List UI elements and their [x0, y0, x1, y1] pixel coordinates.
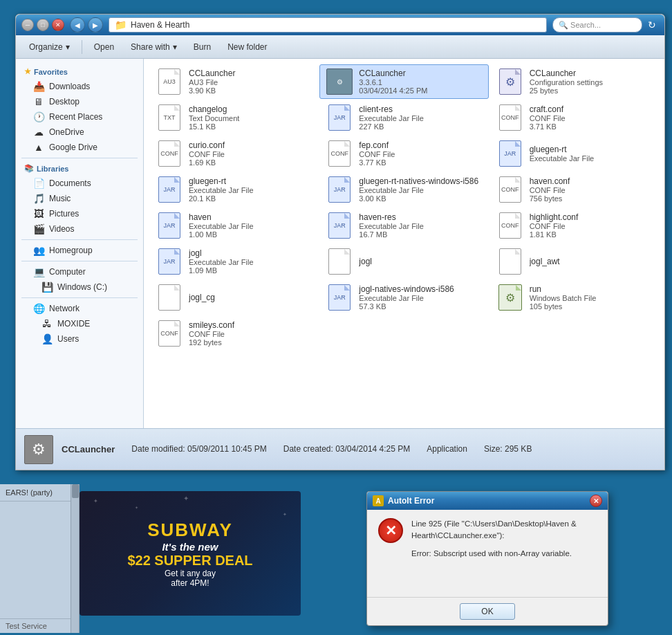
music-icon: 🎵: [32, 193, 45, 204]
file-info-au3: CCLauncher AU3 File 3.90 KB: [189, 68, 312, 95]
file-item-curio-conf[interactable]: CONF curio.conf CONF File 1.69 KB: [149, 136, 318, 171]
status-date-modified: Date modified: 05/09/2011 10:45 PM: [131, 444, 266, 454]
chat-scrollbar-thumb[interactable]: [72, 484, 79, 498]
chat-scrollbar[interactable]: [71, 484, 79, 633]
burn-button[interactable]: Burn: [186, 38, 218, 56]
toolbar: Organize ▾ Open Share with ▾ Burn New fo…: [16, 35, 664, 59]
sidebar-item-music[interactable]: 🎵 Music: [16, 191, 143, 206]
sidebar-item-computer[interactable]: 💻 Computer: [16, 264, 143, 279]
file-info-jogl: jogl Executable Jar File 1.09 MB: [189, 248, 312, 275]
file-item-cclauncher-au3[interactable]: AU3 CCLauncher AU3 File 3.90 KB: [149, 64, 318, 99]
address-text: Haven & Hearth: [131, 20, 189, 30]
file-info-fep-conf: fep.conf CONF File 3.77 KB: [359, 140, 482, 167]
new-folder-button[interactable]: New folder: [220, 38, 274, 56]
status-size: Size: 295 KB: [484, 444, 532, 454]
file-item-gluegen-rt-native[interactable]: JAR gluegen-rt Executable Jar File: [490, 136, 659, 171]
dialog-message: Line 925 (File "C:\Users\Dan\Desktop\Hav…: [411, 518, 577, 560]
search-box[interactable]: 🔍 Search...: [552, 17, 642, 33]
file-item-jogl-awt[interactable]: jogl_awt: [490, 244, 659, 279]
libraries-header[interactable]: 📚 Libraries: [16, 161, 143, 176]
dialog-message-spacer: [411, 542, 577, 548]
file-item-client-res[interactable]: JAR client-res Executable Jar File 227 K…: [319, 100, 488, 135]
sidebar-item-documents[interactable]: 📄 Documents: [16, 176, 143, 191]
file-icon-craft-conf: CONF: [496, 104, 524, 131]
sidebar: ★ Favorites 📥 Downloads 🖥 Desktop 🕐 Rece…: [16, 59, 144, 428]
back-button[interactable]: ◀: [70, 17, 85, 33]
file-item-gluegen-rt[interactable]: JAR gluegen-rt Executable Jar File 20.1 …: [149, 172, 318, 207]
file-icon-jogl-cg: [156, 284, 183, 311]
computer-icon: 💻: [32, 266, 45, 277]
file-area[interactable]: AU3 CCLauncher AU3 File 3.90 KB ⚙: [144, 59, 664, 428]
share-button[interactable]: Share with ▾: [123, 38, 185, 56]
sidebar-item-moxide[interactable]: 🖧 MOXIDE: [16, 316, 143, 331]
file-item-highlight-conf[interactable]: CONF highlight.conf CONF File 1.81 KB: [490, 208, 659, 243]
file-icon-run: ⚙: [496, 284, 524, 311]
libraries-section: 📚 Libraries 📄 Documents 🎵 Music 🖼 Pictur…: [16, 161, 143, 237]
file-item-fep-conf[interactable]: CONF fep.conf CONF File 3.77 KB: [319, 136, 488, 171]
status-bar: ⚙ CCLauncher Date modified: 05/09/2011 1…: [16, 428, 664, 470]
maximize-button[interactable]: □: [37, 19, 49, 31]
file-item-jogl[interactable]: JAR jogl Executable Jar File 1.09 MB: [149, 244, 318, 279]
file-item-jogl-cg[interactable]: jogl_cg: [149, 280, 318, 315]
favorites-header[interactable]: ★ Favorites: [16, 64, 143, 79]
sidebar-item-users[interactable]: 👤 Users: [16, 331, 143, 347]
sidebar-divider-4: [21, 297, 138, 298]
file-item-haven[interactable]: JAR haven Executable Jar File 1.00 MB: [149, 208, 318, 243]
status-thumbnail: ⚙: [24, 435, 53, 464]
file-item-cclauncher-exe[interactable]: ⚙ CCLauncher 3.3.6.1 03/04/2014 4:25 PM: [319, 64, 488, 99]
file-item-craft-conf[interactable]: CONF craft.conf CONF File 3.71 KB: [490, 100, 659, 135]
sidebar-item-onedrive[interactable]: ☁ OneDrive: [16, 125, 143, 140]
organize-button[interactable]: Organize ▾: [21, 38, 77, 56]
file-info-haven-conf: haven.conf CONF File 756 bytes: [530, 176, 653, 203]
sidebar-item-recent[interactable]: 🕐 Recent Places: [16, 109, 143, 125]
dialog-close-button[interactable]: ✕: [590, 495, 602, 507]
file-info-exe: CCLauncher 3.3.6.1 03/04/2014 4:25 PM: [359, 68, 482, 95]
file-item-jogl-doc[interactable]: jogl: [319, 244, 488, 279]
sidebar-item-homegroup[interactable]: 👥 Homegroup: [16, 243, 143, 258]
file-item-jogl-natives[interactable]: JAR jogl-natives-windows-i586 Executable…: [319, 280, 488, 315]
sidebar-item-videos[interactable]: 🎬 Videos: [16, 221, 143, 237]
file-info-client-res: client-res Executable Jar File 227 KB: [359, 104, 482, 131]
sidebar-divider-3: [21, 261, 138, 261]
file-icon-gluegen-rt: JAR: [156, 176, 183, 203]
chat-panel: EARS! (party) Test Service: [0, 484, 80, 633]
file-info-jogl-awt: jogl_awt: [530, 257, 653, 266]
close-button[interactable]: ✕: [52, 19, 64, 31]
file-item-cclauncher-ini[interactable]: ⚙ CCLauncher Configuration settings 25 b…: [490, 64, 659, 99]
sidebar-item-downloads[interactable]: 📥 Downloads: [16, 79, 143, 94]
explorer-window: ─ □ ✕ ◀ ▶ 📁 Haven & Hearth 🔍 Search... ↻…: [15, 14, 665, 470]
file-icon-curio-conf: CONF: [156, 140, 183, 167]
address-bar[interactable]: 📁 Haven & Hearth: [109, 17, 547, 33]
sidebar-divider-1: [21, 158, 138, 158]
sidebar-item-pictures[interactable]: 🖼 Pictures: [16, 206, 143, 221]
sidebar-item-windows-c[interactable]: 💾 Windows (C:): [16, 279, 143, 295]
minimize-button[interactable]: ─: [21, 19, 34, 31]
dialog-title-bar: A AutoIt Error ✕: [367, 492, 608, 510]
onedrive-icon: ☁: [32, 127, 45, 138]
refresh-button[interactable]: ↻: [645, 18, 659, 32]
network-icon: 🌐: [32, 303, 45, 314]
file-icon-au3: AU3: [156, 68, 183, 95]
forward-button[interactable]: ▶: [88, 17, 103, 33]
file-item-haven-res[interactable]: JAR haven-res Executable Jar File 16.7 M…: [319, 208, 488, 243]
subway-ad: ✦ ✦ ✦ ✦ SUBWAY It's the new $22 SUPPER D…: [80, 491, 301, 616]
status-filetype: Application: [427, 444, 467, 454]
dialog-ok-button[interactable]: OK: [460, 603, 515, 620]
file-item-run[interactable]: ⚙ run Windows Batch File 105 bytes: [490, 280, 659, 315]
file-item-haven-conf[interactable]: CONF haven.conf CONF File 756 bytes: [490, 172, 659, 207]
dialog-message-line4: Error: Subscript used with non-Array var…: [411, 548, 577, 560]
file-info-smileys-conf: smileys.conf CONF File 192 bytes: [189, 320, 312, 347]
file-item-smileys-conf[interactable]: CONF smileys.conf CONF File 192 bytes: [149, 316, 318, 351]
file-item-gluegen-rt-natives[interactable]: JAR gluegen-rt-natives-windows-i586 Exec…: [319, 172, 488, 207]
file-icon-jogl-natives: JAR: [326, 284, 353, 311]
file-icon-ini: ⚙: [496, 68, 524, 95]
sidebar-item-network[interactable]: 🌐 Network: [16, 301, 143, 316]
sidebar-item-desktop[interactable]: 🖥 Desktop: [16, 94, 143, 109]
file-item-changelog[interactable]: TXT changelog Text Document 15.1 KB: [149, 100, 318, 135]
file-info-changelog: changelog Text Document 15.1 KB: [189, 104, 312, 131]
open-button[interactable]: Open: [86, 38, 122, 56]
file-info-haven-res: haven-res Executable Jar File 16.7 MB: [359, 212, 482, 239]
sidebar-item-googledrive[interactable]: ▲ Google Drive: [16, 140, 143, 155]
chat-ears: EARS! (party): [0, 484, 79, 501]
network-section: 🌐 Network 🖧 MOXIDE 👤 Users: [16, 301, 143, 347]
